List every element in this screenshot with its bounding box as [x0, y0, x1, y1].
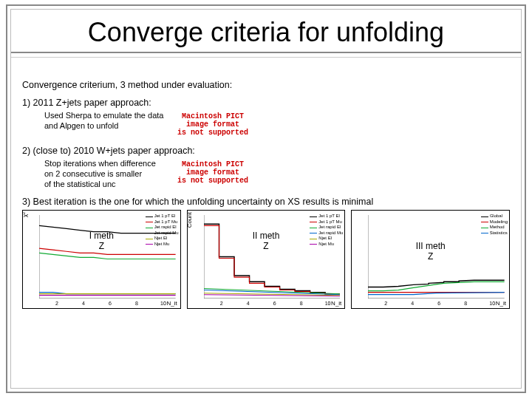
method-2-block: Stop iterations when difference on 2 con…: [44, 159, 510, 189]
method-1-block: Used Sherpa to emulate the data and Alpg…: [44, 111, 510, 138]
intro-line: Convergence criterium, 3 method under ev…: [22, 80, 510, 90]
method-2-heading: 2) (close to) 2010 W+jets paper approach…: [22, 146, 510, 156]
chart-2-xlabel: N_it: [331, 300, 341, 307]
pict-placeholder-1: Macintosh PICT image format is not suppo…: [174, 111, 251, 138]
chart-1-plot: [39, 215, 176, 299]
chart-1-label: I meth Z: [89, 231, 114, 252]
page-title: Converge criteria for unfolding: [11, 10, 521, 53]
method-2-note: Stop iterations when difference on 2 con…: [44, 159, 170, 189]
title-underline: [11, 56, 521, 58]
chart-3: Global Modeling Method Statistics III me…: [351, 210, 510, 309]
method-1-note: Used Sherpa to emulate the data and Alpg…: [44, 111, 170, 132]
pict-placeholder-2: Macintosh PICT image format is not suppo…: [174, 159, 251, 186]
method-1-heading: 1) 2011 Z+jets paper approach:: [22, 98, 510, 108]
chart-3-label: III meth Z: [416, 242, 446, 262]
chart-2-ylabel: Count: [186, 212, 193, 228]
chart-2-label: II meth Z: [253, 231, 280, 252]
chart-1: χ² Jet 1 pT El Jet 1 pT Mu Jet rapid El …: [22, 210, 181, 309]
chart-2: Count Jet 1 pT El Jet 1 pT Mu Jet rapid …: [187, 210, 346, 309]
chart-1-ylabel: χ²: [21, 212, 28, 217]
chart-1-xlabel: N_it: [166, 300, 177, 307]
chart-2-plot: [204, 215, 341, 299]
charts-row: χ² Jet 1 pT El Jet 1 pT Mu Jet rapid El …: [22, 210, 510, 309]
method-3-heading: 3) Best iteration is the one for which t…: [22, 197, 510, 207]
chart-3-xlabel: N_it: [496, 300, 506, 307]
slide-content: Convergence criterium, 3 method under ev…: [22, 80, 510, 386]
